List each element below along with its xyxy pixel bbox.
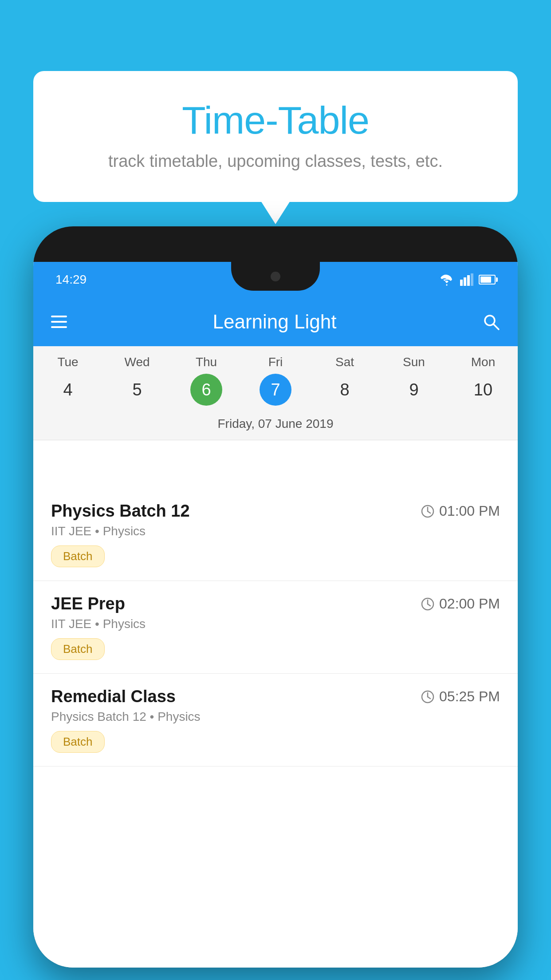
schedule-item-header: JEE Prep 02:00 PM bbox=[51, 594, 500, 613]
app-bar: Learning Light bbox=[33, 297, 518, 346]
schedule-item-title: Remedial Class bbox=[51, 687, 176, 706]
schedule-item[interactable]: Physics Batch 12 01:00 PM IIT JEE • Phys… bbox=[33, 488, 518, 581]
battery-icon bbox=[479, 275, 496, 285]
calendar-day-col[interactable]: Fri7 bbox=[241, 355, 310, 406]
bubble-title: Time-Table bbox=[69, 98, 482, 143]
schedule-item[interactable]: JEE Prep 02:00 PM IIT JEE • Physics Batc… bbox=[33, 581, 518, 674]
schedule-item-title: JEE Prep bbox=[51, 594, 125, 613]
day-name: Fri bbox=[268, 355, 283, 369]
day-number[interactable]: 4 bbox=[52, 374, 84, 406]
day-number[interactable]: 8 bbox=[329, 374, 361, 406]
signal-icon bbox=[460, 273, 473, 286]
bubble-subtitle: track timetable, upcoming classes, tests… bbox=[69, 152, 482, 171]
clock-icon bbox=[421, 597, 435, 611]
day-name: Mon bbox=[471, 355, 495, 369]
day-number[interactable]: 9 bbox=[398, 374, 430, 406]
svg-rect-3 bbox=[471, 273, 473, 286]
clock-icon bbox=[421, 504, 435, 518]
clock-icon bbox=[421, 690, 435, 704]
schedule-item-title: Physics Batch 12 bbox=[51, 502, 190, 521]
day-number[interactable]: 10 bbox=[467, 374, 499, 406]
svg-line-11 bbox=[428, 604, 430, 606]
day-name: Sun bbox=[403, 355, 425, 369]
speech-bubble: Time-Table track timetable, upcoming cla… bbox=[33, 71, 518, 202]
day-name: Sat bbox=[335, 355, 354, 369]
schedule-item-subtitle: Physics Batch 12 • Physics bbox=[51, 710, 500, 724]
svg-rect-1 bbox=[464, 277, 466, 286]
svg-rect-0 bbox=[460, 280, 463, 286]
wifi-icon bbox=[439, 273, 455, 286]
status-time: 14:29 bbox=[55, 273, 87, 287]
search-button[interactable] bbox=[482, 313, 500, 331]
schedule-item-time: 01:00 PM bbox=[421, 503, 500, 519]
day-name: Wed bbox=[124, 355, 150, 369]
svg-line-5 bbox=[493, 324, 499, 329]
schedule-item-header: Remedial Class 05:25 PM bbox=[51, 687, 500, 706]
phone-frame: 14:29 bbox=[33, 226, 518, 968]
day-number[interactable]: 6 bbox=[190, 374, 222, 406]
calendar-day-col[interactable]: Mon10 bbox=[449, 355, 518, 406]
selected-date-label: Friday, 07 June 2019 bbox=[33, 410, 518, 440]
svg-line-8 bbox=[428, 511, 430, 513]
day-number[interactable]: 7 bbox=[260, 374, 291, 406]
schedule-item-subtitle: IIT JEE • Physics bbox=[51, 617, 500, 631]
status-icons bbox=[439, 273, 496, 286]
batch-badge: Batch bbox=[51, 638, 105, 660]
svg-rect-2 bbox=[467, 275, 470, 286]
menu-button[interactable] bbox=[51, 316, 67, 328]
schedule-item-time: 02:00 PM bbox=[421, 596, 500, 612]
calendar-day-col[interactable]: Tue4 bbox=[33, 355, 102, 406]
schedule-item-header: Physics Batch 12 01:00 PM bbox=[51, 502, 500, 521]
phone-container: 14:29 bbox=[33, 226, 518, 980]
day-name: Tue bbox=[57, 355, 78, 369]
notch bbox=[231, 262, 320, 291]
calendar-day-col[interactable]: Sun9 bbox=[379, 355, 449, 406]
batch-badge: Batch bbox=[51, 731, 105, 753]
calendar-day-col[interactable]: Sat8 bbox=[310, 355, 379, 406]
schedule-item-subtitle: IIT JEE • Physics bbox=[51, 524, 500, 538]
status-bar: 14:29 bbox=[33, 262, 518, 297]
phone-screen: 14:29 bbox=[33, 262, 518, 968]
calendar-day-col[interactable]: Thu6 bbox=[172, 355, 241, 406]
schedule-list: Physics Batch 12 01:00 PM IIT JEE • Phys… bbox=[33, 488, 518, 968]
app-title: Learning Light bbox=[67, 311, 482, 333]
calendar-section: Tue4Wed5Thu6Fri7Sat8Sun9Mon10 Friday, 07… bbox=[33, 346, 518, 440]
schedule-item[interactable]: Remedial Class 05:25 PM Physics Batch 12… bbox=[33, 674, 518, 767]
schedule-item-time: 05:25 PM bbox=[421, 688, 500, 705]
day-name: Thu bbox=[196, 355, 217, 369]
batch-badge: Batch bbox=[51, 545, 105, 567]
calendar-day-col[interactable]: Wed5 bbox=[102, 355, 172, 406]
svg-line-14 bbox=[428, 697, 430, 699]
calendar-header: Tue4Wed5Thu6Fri7Sat8Sun9Mon10 bbox=[33, 346, 518, 410]
day-number[interactable]: 5 bbox=[121, 374, 153, 406]
camera bbox=[271, 272, 280, 281]
